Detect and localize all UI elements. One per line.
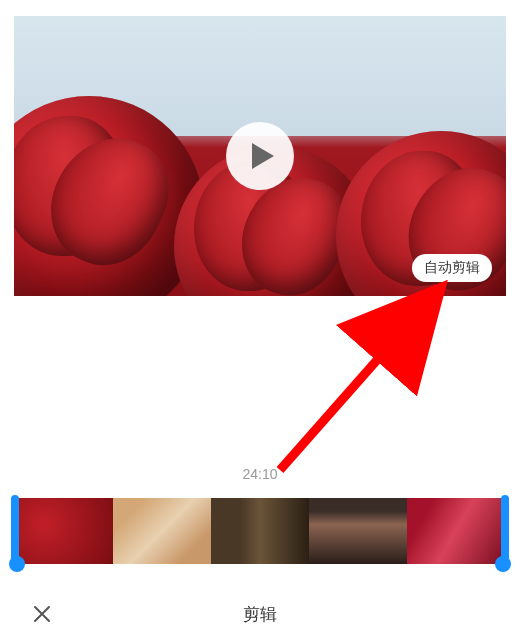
close-icon [32,604,52,624]
video-preview: 自动剪辑 [14,16,506,296]
timeline[interactable] [15,498,505,564]
timeline-thumb[interactable] [113,498,211,564]
timeline-thumb[interactable] [15,498,113,564]
timeline-thumb[interactable] [211,498,309,564]
play-button[interactable] [226,122,294,190]
trim-handle-right[interactable] [495,556,511,572]
bottom-bar: 剪辑 [0,596,520,632]
timeline-strip[interactable] [15,498,505,564]
close-button[interactable] [24,596,60,632]
auto-edit-label: 自动剪辑 [424,259,480,275]
annotation-arrow [260,280,460,480]
trim-handle-left[interactable] [9,556,25,572]
timeline-thumb[interactable] [407,498,505,564]
duration-label: 24:10 [0,466,520,482]
timeline-thumb[interactable] [309,498,407,564]
auto-edit-button[interactable]: 自动剪辑 [412,254,492,282]
play-icon [250,141,276,171]
page-title: 剪辑 [243,603,277,626]
svg-line-0 [280,300,430,470]
